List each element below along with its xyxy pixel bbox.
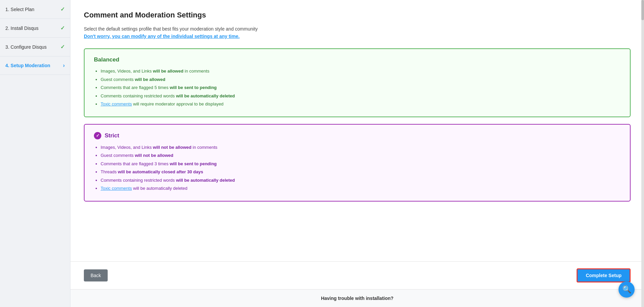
- main-content: Comment and Moderation Settings Select t…: [70, 0, 644, 261]
- balanced-title: Balanced: [94, 56, 119, 63]
- sidebar-item-configure-disqus[interactable]: 3. Configure Disqus ✓: [0, 38, 70, 56]
- search-icon: 🔍: [622, 285, 631, 294]
- toxic-link-balanced[interactable]: Toxic comments: [101, 101, 132, 106]
- balanced-option-card[interactable]: Balanced Images, Videos, and Links will …: [84, 48, 631, 117]
- strict-card-header: ✓ Strict: [94, 132, 621, 139]
- scrollbar-track[interactable]: [641, 0, 644, 307]
- bottom-bar: Having trouble with installation?: [70, 289, 644, 307]
- sidebar-item-label: 2. Install Disqus: [5, 26, 60, 31]
- sidebar-item-setup-moderation[interactable]: 4. Setup Moderation ›: [0, 56, 70, 75]
- search-fab[interactable]: 🔍: [619, 281, 635, 298]
- strict-title: Strict: [105, 132, 119, 139]
- strict-list: Images, Videos, and Links will not be al…: [94, 144, 621, 192]
- sidebar-item-label: 4. Setup Moderation: [5, 63, 63, 68]
- list-item: Images, Videos, and Links will not be al…: [101, 144, 621, 151]
- list-item: Comments that are flagged 3 times will b…: [101, 161, 621, 167]
- list-item: Threads will be automatically closed aft…: [101, 169, 621, 175]
- toxic-link-strict[interactable]: Toxic comments: [101, 186, 132, 191]
- check-icon-2: ✓: [60, 44, 65, 50]
- strict-option-card[interactable]: ✓ Strict Images, Videos, and Links will …: [84, 124, 631, 202]
- sidebar-item-select-plan[interactable]: 1. Select Plan ✓: [0, 0, 70, 19]
- balanced-list: Images, Videos, and Links will be allowe…: [94, 68, 621, 107]
- back-button[interactable]: Back: [84, 269, 108, 281]
- strict-check-icon: ✓: [94, 132, 101, 139]
- chevron-icon-3: ›: [63, 62, 65, 69]
- complete-setup-button[interactable]: Complete Setup: [577, 268, 631, 282]
- sidebar-item-label: 3. Configure Disqus: [5, 44, 60, 50]
- list-item: Guest comments will not be allowed: [101, 152, 621, 159]
- subtitle: Select the default settings profile that…: [84, 26, 631, 32]
- sidebar: 1. Select Plan ✓ 2. Install Disqus ✓ 3. …: [0, 0, 70, 307]
- list-item: Comments containing restricted words wil…: [101, 93, 621, 99]
- list-item: Toxic comments will require moderator ap…: [101, 101, 621, 107]
- trouble-text: Having trouble with installation?: [321, 296, 393, 301]
- check-icon-1: ✓: [60, 25, 65, 31]
- list-item: Images, Videos, and Links will be allowe…: [101, 68, 621, 75]
- page-title: Comment and Moderation Settings: [84, 11, 631, 19]
- list-item: Toxic comments will be automatically del…: [101, 185, 621, 192]
- scrollbar-thumb[interactable]: [641, 0, 644, 20]
- list-item: Guest comments will be allowed: [101, 76, 621, 83]
- main-panel: Comment and Moderation Settings Select t…: [70, 0, 644, 307]
- balanced-card-header: Balanced: [94, 56, 621, 63]
- list-item: Comments that are flagged 5 times will b…: [101, 84, 621, 91]
- modify-link[interactable]: Don't worry, you can modify any of the i…: [84, 34, 631, 39]
- footer-bar: Back Complete Setup: [70, 261, 644, 289]
- check-icon-0: ✓: [60, 6, 65, 12]
- sidebar-item-label: 1. Select Plan: [5, 7, 60, 12]
- list-item: Comments containing restricted words wil…: [101, 177, 621, 184]
- sidebar-item-install-disqus[interactable]: 2. Install Disqus ✓: [0, 19, 70, 38]
